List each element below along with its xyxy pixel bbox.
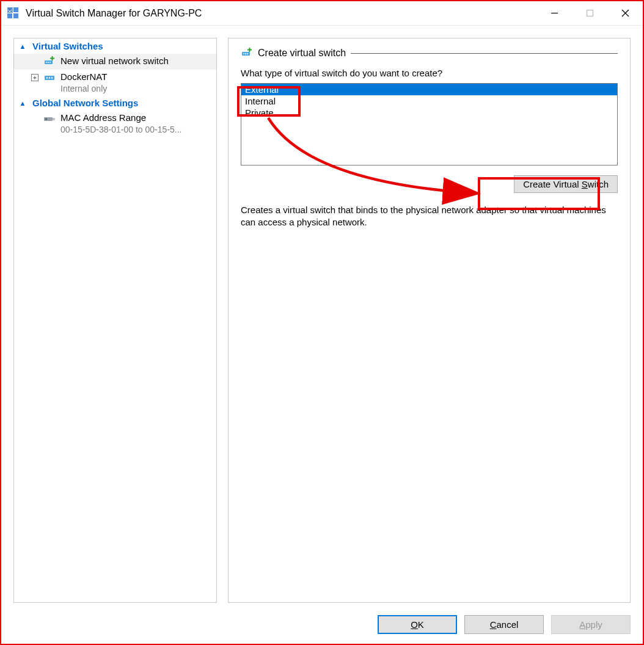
close-button[interactable]	[607, 1, 643, 26]
app-icon	[7, 7, 20, 20]
chevron-up-icon: ▲	[18, 43, 27, 50]
apply-button: Apply Apply	[551, 615, 631, 634]
nic-icon	[43, 112, 56, 125]
switch-type-listbox[interactable]: External Internal Private	[241, 83, 618, 166]
svg-rect-3	[13, 13, 18, 18]
option-private[interactable]: Private	[241, 107, 617, 118]
tree-item-mac-range[interactable]: MAC Address Range 00-15-5D-38-01-00 to 0…	[14, 111, 216, 136]
switch-icon	[43, 71, 56, 84]
new-switch-icon	[43, 56, 56, 68]
new-switch-icon	[241, 47, 253, 59]
svg-rect-24	[247, 49, 252, 51]
dialog-footer: OK OK Cancel Cancel Apply Apply	[1, 609, 643, 644]
svg-rect-1	[13, 7, 18, 12]
svg-rect-11	[50, 58, 54, 59]
svg-point-13	[46, 77, 48, 78]
tree-section-label: Global Network Settings	[32, 98, 138, 108]
svg-rect-17	[45, 118, 47, 120]
svg-point-20	[243, 53, 244, 54]
svg-rect-2	[7, 13, 12, 18]
window-frame: Virtual Switch Manager for GARYNG-PC ▲ V…	[0, 0, 644, 645]
main-content: ▲ Virtual Switches New virtual network s…	[1, 26, 643, 609]
separator	[351, 53, 618, 54]
cancel-button[interactable]: Cancel Cancel	[464, 615, 544, 634]
tree-item-label: DockerNAT	[60, 71, 107, 82]
panel-description: Creates a virtual switch that binds to t…	[241, 204, 618, 229]
panel-prompt: What type of virtual switch do you want …	[241, 68, 618, 78]
chevron-up-icon: ▲	[18, 100, 27, 107]
tree-section-label: Virtual Switches	[32, 41, 103, 51]
titlebar: Virtual Switch Manager for GARYNG-PC	[1, 1, 643, 26]
svg-rect-18	[53, 118, 55, 120]
svg-point-15	[51, 77, 53, 78]
svg-point-22	[247, 53, 248, 54]
tree-item-label: New virtual network switch	[60, 56, 169, 67]
tree-section-global-network[interactable]: ▲ Global Network Settings	[14, 95, 216, 111]
svg-rect-5	[587, 10, 593, 16]
panel-header: Create virtual switch	[241, 47, 618, 59]
expand-icon[interactable]: +	[31, 74, 38, 81]
tree-section-virtual-switches[interactable]: ▲ Virtual Switches	[14, 38, 216, 54]
svg-point-7	[46, 62, 47, 63]
create-virtual-switch-button[interactable]: Create Virtual Switch Create Virtual Swi…	[514, 175, 618, 193]
tree-item-dockernat[interactable]: + DockerNAT Internal only	[14, 70, 216, 95]
tree-item-new-switch[interactable]: New virtual network switch	[14, 54, 216, 70]
tree-item-label: MAC Address Range	[60, 112, 181, 123]
tree-item-sublabel: 00-15-5D-38-01-00 to 00-15-5...	[60, 125, 181, 134]
ok-button[interactable]: OK OK	[378, 615, 457, 634]
svg-point-8	[48, 62, 49, 63]
option-internal[interactable]: Internal	[241, 95, 617, 107]
svg-point-14	[49, 77, 50, 78]
detail-panel: Create virtual switch What type of virtu…	[228, 38, 631, 603]
tree-item-sublabel: Internal only	[60, 84, 107, 93]
minimize-button[interactable]	[536, 1, 572, 26]
svg-point-9	[49, 62, 51, 63]
panel-heading: Create virtual switch	[258, 48, 346, 59]
option-external[interactable]: External	[241, 84, 617, 95]
sidebar-tree: ▲ Virtual Switches New virtual network s…	[13, 38, 217, 603]
maximize-button	[572, 1, 607, 26]
window-title: Virtual Switch Manager for GARYNG-PC	[26, 8, 202, 19]
svg-point-21	[245, 53, 246, 54]
